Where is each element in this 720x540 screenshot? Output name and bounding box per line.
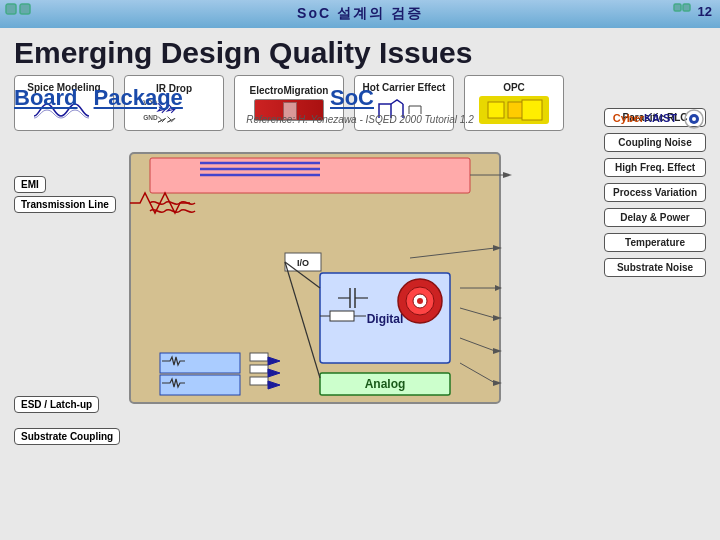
label-substrate-coupling: Substrate Coupling	[14, 428, 120, 445]
label-emi: EMI	[14, 176, 46, 193]
board-label: Board	[14, 85, 78, 111]
page-title: Emerging Design Quality Issues	[14, 36, 706, 69]
svg-text:Analog: Analog	[365, 377, 406, 391]
label-high-freq-effect: High Freq. Effect	[604, 158, 706, 177]
svg-text:I/O: I/O	[297, 258, 309, 268]
chip-svg: I/O Digital Analog	[120, 143, 520, 423]
soc-label: SoC	[330, 85, 374, 110]
cat-hc-label: Hot Carrier Effect	[363, 82, 446, 93]
svg-rect-18	[250, 353, 268, 361]
header-bar: SoC 설계의 검증 12	[0, 0, 720, 28]
chip-diagram: I/O Digital Analog	[120, 143, 520, 423]
label-transmission-line: Transmission Line	[14, 196, 116, 213]
svg-marker-52	[503, 172, 512, 178]
cat-opc-label: OPC	[503, 82, 525, 93]
svg-rect-19	[250, 365, 268, 373]
package-label: Package	[94, 85, 183, 111]
main-content: Emerging Design Quality Issues Spice Mod…	[0, 28, 720, 139]
svg-rect-0	[6, 4, 16, 14]
label-substrate-noise: Substrate Noise	[604, 258, 706, 277]
svg-rect-3	[683, 4, 690, 11]
label-process-variation: Process Variation	[604, 183, 706, 202]
header-title: SoC 설계의 검증	[297, 5, 423, 23]
svg-rect-20	[250, 377, 268, 385]
cyberkaist-logo: CyberKAIST	[613, 109, 706, 129]
label-delay-power: Delay & Power	[604, 208, 706, 227]
svg-point-31	[417, 298, 423, 304]
svg-rect-2	[674, 4, 681, 11]
label-esd-latchup: ESD / Latch-up	[14, 396, 99, 413]
label-coupling-noise: Coupling Noise	[604, 133, 706, 152]
svg-rect-36	[330, 311, 354, 321]
soc-label-container: SoC	[330, 85, 374, 111]
svg-point-55	[692, 117, 696, 121]
bottom-labels: Board Package	[14, 85, 183, 111]
svg-text:Digital: Digital	[367, 312, 404, 326]
cat-em-label: ElectroMigration	[250, 85, 329, 96]
page-number: 12	[698, 4, 712, 19]
svg-rect-1	[20, 4, 30, 14]
right-labels-panel: Parasitic RLC Coupling Noise High Freq. …	[604, 108, 706, 277]
label-temperature: Temperature	[604, 233, 706, 252]
